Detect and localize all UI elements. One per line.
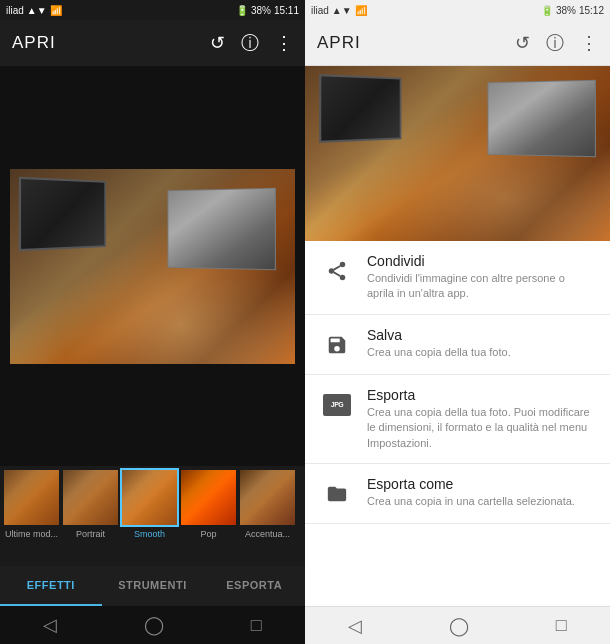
right-photo-area [305, 66, 610, 241]
right-time: 15:12 [579, 5, 604, 16]
right-battery: 38% [556, 5, 576, 16]
left-bottom-tabs: EFFETTI STRUMENTI ESPORTA [0, 566, 305, 606]
right-laptop-left [319, 74, 401, 143]
left-time: 15:11 [274, 5, 299, 16]
export-as-desc: Crea una copia in una cartella seleziona… [367, 494, 594, 509]
left-battery-icon: 🔋 [236, 5, 248, 16]
right-battery-icon: 🔋 [541, 5, 553, 16]
save-desc: Crea una copia della tua foto. [367, 345, 594, 360]
svg-point-1 [329, 268, 335, 274]
left-top-bar: APRI ↺ ⓘ ⋮ [0, 20, 305, 66]
right-panel: iliad ▲▼ 📶 🔋 38% 15:12 APRI ↺ ⓘ ⋮ [305, 0, 610, 644]
right-info-icon[interactable]: ⓘ [546, 31, 564, 55]
left-laptop-left [19, 176, 106, 250]
left-wifi-icon: 📶 [50, 5, 62, 16]
left-panel: iliad ▲▼ 📶 🔋 38% 15:11 APRI ↺ ⓘ ⋮ Ultime… [0, 0, 305, 644]
thumb-portrait-img [63, 470, 118, 525]
export-as-title: Esporta come [367, 476, 594, 492]
right-title: APRI [317, 33, 361, 53]
left-sync-icon[interactable]: ↺ [210, 32, 225, 54]
right-home-icon[interactable]: ◯ [449, 615, 469, 637]
right-back-icon[interactable]: ◁ [348, 615, 362, 637]
left-square-icon[interactable]: □ [251, 615, 262, 636]
share-icon [326, 260, 348, 282]
folder-icon-wrapper [321, 478, 353, 510]
thumb-smooth[interactable]: Smooth [122, 470, 177, 539]
right-photo-canvas [305, 66, 610, 241]
right-wifi-icon: 📶 [355, 5, 367, 16]
left-status-bar: iliad ▲▼ 📶 🔋 38% 15:11 [0, 0, 305, 20]
save-icon-wrapper [321, 329, 353, 361]
left-carrier: iliad [6, 5, 24, 16]
left-info-icon[interactable]: ⓘ [241, 31, 259, 55]
thumb-pop-img [181, 470, 236, 525]
svg-point-2 [340, 275, 346, 281]
share-icon-wrapper [321, 255, 353, 287]
jpg-icon: JPG [323, 394, 351, 416]
right-nav-bar: ◁ ◯ □ [305, 606, 610, 644]
menu-item-export-as[interactable]: Esporta come Crea una copia in una carte… [305, 464, 610, 524]
thumb-accentua-label: Accentua... [245, 529, 290, 539]
menu-item-save[interactable]: Salva Crea una copia della tua foto. [305, 315, 610, 375]
folder-icon [326, 483, 348, 505]
thumbnail-strip: Ultime mod... Portrait Smooth Pop Accent… [0, 466, 305, 566]
thumb-accentua-img [240, 470, 295, 525]
svg-line-4 [334, 266, 340, 270]
save-icon [326, 334, 348, 356]
thumb-accentua[interactable]: Accentua... [240, 470, 295, 539]
thumb-smooth-img [122, 470, 177, 525]
right-sync-icon[interactable]: ↺ [515, 32, 530, 54]
left-battery: 38% [251, 5, 271, 16]
left-photo-canvas [10, 169, 295, 364]
thumb-portrait-label: Portrait [76, 529, 105, 539]
right-signal-icon: ▲▼ [332, 5, 352, 16]
right-status-bar: iliad ▲▼ 📶 🔋 38% 15:12 [305, 0, 610, 20]
right-more-icon[interactable]: ⋮ [580, 32, 598, 54]
thumb-pop[interactable]: Pop [181, 470, 236, 539]
right-menu-list: Condividi Condividi l'immagine con altre… [305, 241, 610, 606]
svg-point-0 [340, 262, 346, 268]
share-title: Condividi [367, 253, 594, 269]
right-square-icon[interactable]: □ [556, 615, 567, 636]
tab-esporta[interactable]: ESPORTA [203, 566, 305, 606]
export-desc: Crea una copia della tua foto. Puoi modi… [367, 405, 594, 451]
left-nav-bar: ◁ ◯ □ [0, 606, 305, 644]
thumb-portrait[interactable]: Portrait [63, 470, 118, 539]
export-title: Esporta [367, 387, 594, 403]
tab-effetti[interactable]: EFFETTI [0, 566, 102, 606]
left-title: APRI [12, 33, 56, 53]
left-signal-icon: ▲▼ [27, 5, 47, 16]
left-photo-area [0, 66, 305, 466]
right-top-bar: APRI ↺ ⓘ ⋮ [305, 20, 610, 66]
thumb-pop-label: Pop [200, 529, 216, 539]
left-back-icon[interactable]: ◁ [43, 614, 57, 636]
menu-item-share[interactable]: Condividi Condividi l'immagine con altre… [305, 241, 610, 315]
share-desc: Condividi l'immagine con altre persone o… [367, 271, 594, 302]
thumb-ultime[interactable]: Ultime mod... [4, 470, 59, 539]
left-home-icon[interactable]: ◯ [144, 614, 164, 636]
left-laptop-right [168, 187, 276, 270]
left-more-icon[interactable]: ⋮ [275, 32, 293, 54]
tab-strumenti[interactable]: STRUMENTI [102, 566, 204, 606]
thumb-ultime-label: Ultime mod... [5, 529, 58, 539]
jpg-icon-wrapper: JPG [321, 389, 353, 421]
svg-line-3 [334, 272, 340, 276]
right-carrier: iliad [311, 5, 329, 16]
right-laptop-right [488, 80, 596, 157]
menu-item-export[interactable]: JPG Esporta Crea una copia della tua fot… [305, 375, 610, 464]
save-title: Salva [367, 327, 594, 343]
thumb-ultime-img [4, 470, 59, 525]
thumb-smooth-label: Smooth [134, 529, 165, 539]
